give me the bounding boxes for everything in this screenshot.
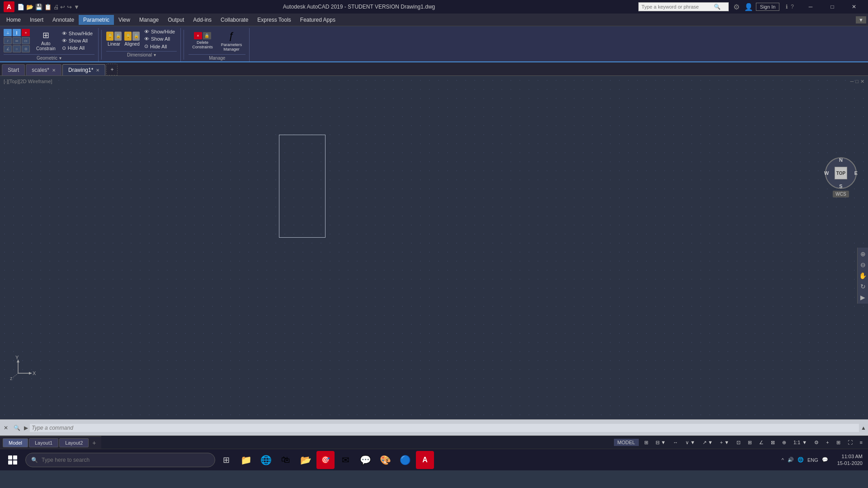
redo-icon[interactable]: ↪ bbox=[67, 4, 72, 10]
save-as-icon[interactable]: 📋 bbox=[44, 4, 52, 10]
help-icon[interactable]: ? bbox=[791, 4, 794, 10]
app1-btn[interactable]: 🎯 bbox=[316, 451, 335, 469]
menu-view[interactable]: View bbox=[114, 15, 135, 25]
constraint-btn-2[interactable]: ∥ bbox=[13, 29, 21, 36]
minimize-viewport-icon[interactable]: ─ bbox=[850, 79, 854, 84]
menu-annotate[interactable]: Annotate bbox=[48, 15, 79, 25]
pan-tool[interactable]: ✋ bbox=[859, 271, 868, 280]
start-button[interactable] bbox=[2, 449, 24, 471]
taskbar-search-box[interactable]: 🔍 bbox=[25, 453, 215, 467]
open-file-icon[interactable]: 📂 bbox=[26, 4, 33, 10]
show-hide-lineweight-btn[interactable]: ⊞ bbox=[746, 439, 754, 446]
ortho-mode-btn[interactable]: ↔ bbox=[671, 439, 680, 446]
constraint-btn-4[interactable]: / bbox=[4, 37, 12, 44]
zoom-in-tool[interactable]: ⊕ bbox=[859, 249, 868, 258]
menu-express-tools[interactable]: Express Tools bbox=[253, 15, 295, 25]
keyword-search-input[interactable] bbox=[642, 4, 714, 9]
delete-constraints-button[interactable]: × 🔒 Delete Constraints bbox=[189, 28, 217, 53]
auto-constrain-button[interactable]: ⊞ AutoConstrain bbox=[33, 28, 59, 53]
paint-btn[interactable]: 🎨 bbox=[376, 451, 394, 469]
zoom-out-tool[interactable]: ⊖ bbox=[859, 260, 868, 269]
minimize-button[interactable]: ─ bbox=[800, 0, 821, 14]
layout1-tab[interactable]: Layout1 bbox=[29, 438, 58, 447]
linear-btn[interactable]: 🔒 🔓 Linear bbox=[106, 32, 122, 47]
grid-display-btn[interactable]: ⊞ bbox=[642, 439, 650, 446]
taskbar-search-input[interactable] bbox=[42, 457, 186, 463]
constraint-btn-5[interactable]: ═ bbox=[13, 37, 21, 44]
user-icon[interactable]: 👤 bbox=[744, 3, 753, 11]
snap-mode-btn[interactable]: ⊟ ▼ bbox=[654, 439, 668, 446]
constraint-btn-1[interactable]: ⊥ bbox=[4, 29, 12, 36]
add-tab-button[interactable]: + bbox=[106, 64, 118, 75]
help-tools-icon[interactable]: ⚙ bbox=[733, 3, 740, 11]
close-drawing1-tab[interactable]: ✕ bbox=[96, 68, 99, 73]
menu-home[interactable]: Home bbox=[2, 15, 25, 25]
tray-chevron-icon[interactable]: ^ bbox=[782, 457, 784, 463]
dim-show-all-btn[interactable]: 👁 Show All bbox=[142, 35, 177, 42]
menu-output[interactable]: Output bbox=[163, 15, 189, 25]
tab-scales[interactable]: scales* ✕ bbox=[26, 64, 61, 75]
allow-disallow-btn[interactable]: ⊡ bbox=[735, 439, 742, 446]
close-viewport-icon[interactable]: ✕ bbox=[860, 79, 864, 84]
isolate-objects-btn[interactable]: ⊞ bbox=[835, 439, 842, 446]
chrome-btn[interactable]: 🔵 bbox=[396, 451, 414, 469]
tab-drawing1[interactable]: Drawing1* ✕ bbox=[62, 64, 105, 75]
save-file-icon[interactable]: 💾 bbox=[35, 4, 42, 10]
undo-icon[interactable]: ↩ bbox=[60, 4, 65, 10]
show-motion-tool[interactable]: ▶ bbox=[859, 293, 868, 302]
add-layout-btn[interactable]: + bbox=[90, 438, 99, 448]
menu-addins[interactable]: Add-ins bbox=[189, 15, 216, 25]
geo-hide-all-btn[interactable]: ⊙ Hide All bbox=[60, 44, 94, 52]
constraint-btn-3[interactable]: × bbox=[22, 29, 30, 36]
model-status[interactable]: MODEL bbox=[614, 439, 639, 446]
command-input[interactable] bbox=[30, 424, 859, 432]
info-icon[interactable]: ℹ bbox=[786, 4, 788, 10]
geo-show-all-btn[interactable]: 👁 Show All bbox=[60, 37, 94, 44]
cmd-search-btn[interactable]: 🔍 bbox=[12, 424, 22, 432]
sound-icon[interactable]: 🔊 bbox=[788, 457, 794, 463]
notification-icon[interactable]: 💬 bbox=[822, 457, 828, 463]
constraint-btn-6[interactable]: ▭ bbox=[22, 37, 30, 44]
selection-cycling-btn[interactable]: ⊠ bbox=[769, 439, 777, 446]
geometric-expand-icon[interactable]: ▾ bbox=[59, 56, 61, 61]
menu-collaborate[interactable]: Collaborate bbox=[216, 15, 253, 25]
restore-viewport-icon[interactable]: □ bbox=[855, 79, 859, 84]
store-btn[interactable]: 🛍 bbox=[277, 451, 295, 469]
viewport-area[interactable]: [-][Top][2D Wireframe] ─ □ ✕ N S E W TOP… bbox=[0, 76, 868, 419]
maximize-button[interactable]: □ bbox=[822, 0, 843, 14]
sign-in-button[interactable]: Sign In bbox=[756, 3, 779, 11]
menu-featured-apps[interactable]: Featured Apps bbox=[296, 15, 340, 25]
annotation-scale[interactable]: 1:1 ▼ bbox=[792, 439, 809, 446]
whatsapp-btn[interactable]: 💬 bbox=[356, 451, 374, 469]
task-view-btn[interactable]: ⊞ bbox=[217, 451, 235, 469]
dimensional-expand-icon[interactable]: ▾ bbox=[154, 52, 156, 57]
fullscreen-btn[interactable]: ⛶ bbox=[846, 439, 854, 446]
geo-show-hide-btn[interactable]: 👁 Show/Hide bbox=[60, 30, 94, 37]
new-file-icon[interactable]: 📄 bbox=[17, 4, 24, 10]
network-icon[interactable]: 🌐 bbox=[797, 457, 804, 463]
object-snap-tracking-btn[interactable]: + ▼ bbox=[718, 439, 731, 446]
file-explorer-btn[interactable]: 📁 bbox=[237, 451, 255, 469]
clock[interactable]: 11:03 AM 15-01-2020 bbox=[834, 453, 866, 466]
transparency-btn[interactable]: ∠ bbox=[757, 439, 765, 446]
customize-qat-icon[interactable]: ▼ bbox=[74, 4, 80, 10]
object-snap-btn[interactable]: ↗ ▼ bbox=[701, 439, 715, 446]
cmd-close-btn[interactable]: ✕ bbox=[2, 424, 10, 432]
layout2-tab[interactable]: Layout2 bbox=[59, 438, 89, 447]
menu-parametric[interactable]: Parametric bbox=[79, 15, 114, 25]
menu-insert[interactable]: Insert bbox=[25, 15, 48, 25]
3d-object-snap-btn[interactable]: ⊕ bbox=[780, 439, 788, 446]
customization-btn[interactable]: ≡ bbox=[858, 439, 864, 446]
compass-center-label[interactable]: TOP bbox=[835, 167, 847, 179]
constraint-btn-8[interactable]: ○ bbox=[13, 45, 21, 52]
parameters-manager-button[interactable]: ƒ Parameters Manager bbox=[217, 28, 246, 53]
constraint-btn-7[interactable]: ∠ bbox=[4, 45, 12, 52]
language-label[interactable]: ENG bbox=[807, 457, 818, 463]
hardware-acceleration-btn[interactable]: + bbox=[824, 439, 830, 446]
workspace-settings-btn[interactable]: ⚙ bbox=[812, 439, 821, 446]
dim-hide-all-btn[interactable]: ⊙ Hide All bbox=[142, 42, 177, 50]
polar-tracking-btn[interactable]: ∨ ▼ bbox=[684, 439, 697, 446]
edge-browser-btn[interactable]: 🌐 bbox=[257, 451, 275, 469]
keyword-search-box[interactable]: 🔍 bbox=[638, 2, 729, 11]
wcs-label[interactable]: WCS bbox=[833, 191, 849, 197]
